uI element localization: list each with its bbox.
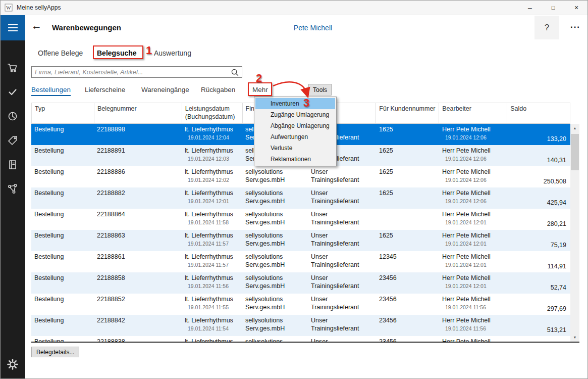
cell-leistungsdatum: lt. Lieferrhythmus 19.01.2024 11:56 — [182, 272, 242, 294]
cell-bearbeiter: Herr Pete Michell 19.01.2024 12:06 — [439, 187, 507, 209]
tab-belegsuche[interactable]: Belegsuche — [97, 49, 137, 57]
filter-lieferscheine[interactable]: Lieferscheine — [85, 86, 125, 93]
filter-mehr[interactable]: Mehr — [252, 86, 268, 93]
cell-lieferant: Unser Trainingslieferant — [308, 187, 376, 209]
cell-belegnummer: 22188861 — [94, 251, 182, 272]
cell-typ: Bestellung — [31, 251, 94, 272]
cell-bearbeiter: Herr Pete Michell 19.01.2024 11:56 — [439, 294, 507, 315]
menu-item-inventuren[interactable]: Inventuren — [255, 98, 335, 109]
table-bottom-border — [31, 342, 579, 343]
cell-saldo: 280,21 — [507, 209, 570, 230]
window-title: Meine sellyApps — [17, 4, 61, 11]
scroll-down-icon[interactable]: ▼ — [570, 333, 579, 342]
page-title: Warenbewegungen — [52, 23, 121, 32]
cell-leistungsdatum: lt. Lieferrhythmus 19.01.2024 12:04 — [182, 124, 242, 145]
cell-saldo: 52,74 — [507, 272, 570, 294]
pie-chart-icon[interactable] — [0, 104, 25, 128]
cell-kundennummer: 1625 — [376, 124, 439, 145]
gear-icon[interactable] — [0, 352, 25, 376]
cell-saldo: 297,69 — [507, 294, 570, 315]
menu-item-zugaenge-umlagerung[interactable]: Zugänge Umlagerung — [255, 109, 335, 120]
cell-firma: sellysolutions Serv.ges.mbH — [242, 272, 308, 294]
cell-belegnummer: 22188852 — [94, 294, 182, 315]
cart-icon[interactable] — [0, 56, 25, 80]
cell-saldo: 133,20 — [507, 124, 570, 145]
more-options-button[interactable]: ··· — [564, 22, 586, 32]
cell-lieferant: Unser Trainingslieferant — [308, 272, 376, 294]
table-row[interactable]: Bestellung 22188863 lt. Lieferrhythmus 1… — [31, 230, 570, 251]
back-arrow-icon[interactable]: ← — [31, 20, 42, 31]
table-row[interactable]: Bestellung 22188842 lt. Lieferrhythmus 1… — [31, 315, 570, 336]
window-controls: – □ × — [518, 0, 588, 15]
cell-saldo: 114,91 — [507, 251, 570, 272]
cell-bearbeiter: Herr Pete Michell 19.01.2024 12:06 — [439, 145, 507, 166]
cell-firma: sellysolutions Serv.ges.mbH — [242, 294, 308, 315]
belegdetails-button[interactable]: Belegdetails... — [31, 347, 79, 357]
cell-leistungsdatum: lt. Lieferrhythmus 19.01.2024 12:03 — [182, 145, 242, 166]
titlebar: W Meine sellyApps – □ × — [0, 0, 588, 15]
cell-bearbeiter: Herr Pete Michell 19.01.2024 12:06 — [439, 124, 507, 145]
menu-item-aufwertungen[interactable]: Aufwertungen — [255, 131, 335, 143]
scrollbar-thumb[interactable] — [571, 134, 579, 170]
cell-leistungsdatum: lt. Lieferrhythmus 19.01.2024 12:02 — [182, 166, 242, 187]
table-row[interactable]: Bestellung 22188864 lt. Lieferrhythmus 1… — [31, 209, 570, 230]
price-tag-icon[interactable] — [0, 128, 25, 153]
table-row[interactable]: Bestellung 22188882 lt. Lieferrhythmus 1… — [31, 187, 570, 209]
cell-typ: Bestellung — [31, 315, 94, 336]
ledger-book-icon[interactable] — [0, 153, 25, 177]
share-network-icon[interactable] — [0, 177, 25, 201]
table-row[interactable]: Bestellung 22188861 lt. Lieferrhythmus 1… — [31, 251, 570, 272]
filter-rueckgaben[interactable]: Rückgaben — [201, 86, 235, 93]
cell-firma: sellysolutions Serv.ges.mbH — [242, 187, 308, 209]
cell-kundennummer: 1625 — [376, 145, 439, 166]
sidebar — [0, 15, 25, 379]
table-row[interactable]: Bestellung 22188838 lt. Lieferrhythmus s… — [31, 336, 570, 342]
cell-leistungsdatum: lt. Lieferrhythmus 19.01.2024 11:57 — [182, 251, 242, 272]
cell-belegnummer: 22188863 — [94, 230, 182, 251]
search-input[interactable] — [32, 67, 228, 77]
column-header-kundennummer[interactable]: Für Kundennummer — [376, 103, 439, 123]
menu-item-abgaenge-umlagerung[interactable]: Abgänge Umlagerung — [255, 120, 335, 131]
search-icon[interactable] — [228, 68, 242, 77]
cell-firma: sellysolutions Serv.ges.mbH — [242, 209, 308, 230]
column-header-belegnummer[interactable]: Belegnummer — [94, 103, 182, 123]
cell-typ: Bestellung — [31, 124, 94, 145]
table-row[interactable]: Bestellung 22188886 lt. Lieferrhythmus 1… — [31, 166, 570, 187]
cell-belegnummer: 22188842 — [94, 315, 182, 336]
column-header-leistungsdatum[interactable]: Leistungsdatum (Buchungsdatum) — [182, 103, 243, 123]
cell-typ: Bestellung — [31, 166, 94, 187]
table-row[interactable]: Bestellung 22188852 lt. Lieferrhythmus 1… — [31, 294, 570, 315]
column-header-bearbeiter[interactable]: Bearbeiter — [439, 103, 507, 123]
tab-offene-belege[interactable]: Offene Belege — [38, 49, 83, 57]
svg-text:W: W — [6, 5, 11, 11]
cell-belegnummer: 22188891 — [94, 145, 182, 166]
cell-kundennummer: 23456 — [376, 272, 439, 294]
tools-button[interactable]: Tools — [308, 84, 332, 96]
close-button[interactable]: × — [565, 0, 588, 15]
scroll-up-icon[interactable]: ▲ — [570, 124, 579, 132]
cell-bearbeiter: Herr Pete Michell 19.01.2024 12:01 — [439, 272, 507, 294]
help-button[interactable]: ? — [534, 16, 559, 39]
cell-belegnummer: 22188858 — [94, 272, 182, 294]
table-row[interactable]: Bestellung 22188858 lt. Lieferrhythmus 1… — [31, 272, 570, 294]
menu-item-reklamationen[interactable]: Reklamationen — [255, 154, 335, 165]
cell-saldo: 425,94 — [507, 187, 570, 209]
column-header-typ[interactable]: Typ — [32, 103, 94, 123]
column-header-saldo[interactable]: Saldo — [507, 103, 570, 123]
tab-auswertung[interactable]: Auswertung — [154, 49, 191, 57]
minimize-button[interactable]: – — [518, 0, 542, 15]
filter-wareneingaenge[interactable]: Wareneingänge — [141, 86, 189, 93]
hamburger-menu-button[interactable] — [0, 15, 25, 40]
checkmark-icon[interactable] — [0, 80, 25, 104]
menu-item-verluste[interactable]: Verluste — [255, 143, 335, 154]
cell-saldo: 75,19 — [507, 230, 570, 251]
vertical-scrollbar[interactable]: ▲ ▼ — [570, 124, 579, 342]
cell-firma: sellysolutions Serv.ges.mbH — [242, 315, 308, 336]
cell-kundennummer: 1625 — [376, 187, 439, 209]
maximize-button[interactable]: □ — [542, 0, 565, 15]
cell-kundennummer — [376, 209, 439, 230]
app-icon: W — [5, 4, 13, 12]
cell-bearbeiter: Herr Pete Michell 19.01.2024 12:01 — [439, 209, 507, 230]
logged-in-user: Pete Michell — [262, 24, 363, 32]
filter-bestellungen[interactable]: Bestellungen — [31, 86, 71, 96]
